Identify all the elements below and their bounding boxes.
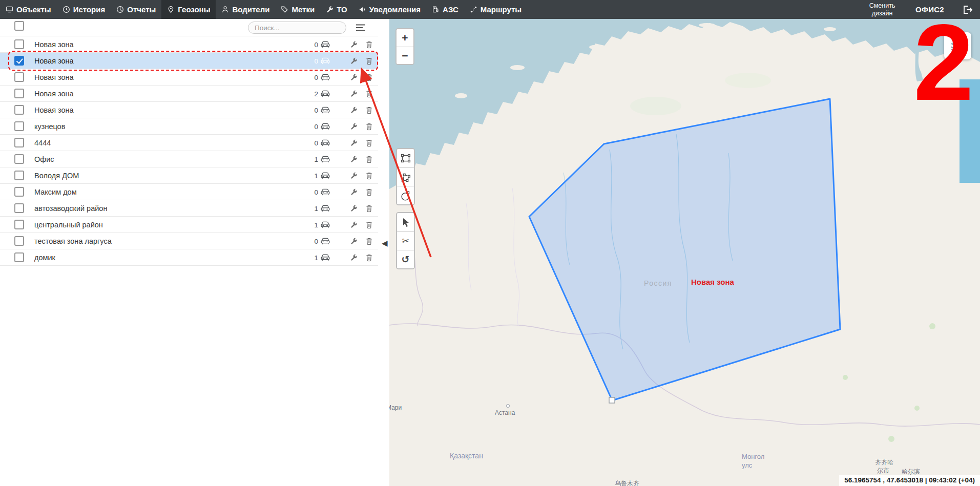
geozone-row[interactable]: автозаводский район 1 — [0, 200, 378, 217]
tab-reports[interactable]: Отчеты — [111, 0, 161, 19]
geozone-row[interactable]: 4444 0 — [0, 135, 378, 151]
draw-circle-button[interactable] — [397, 186, 414, 204]
tab-notifications[interactable]: Уведомления — [353, 0, 426, 19]
edit-wrench-icon[interactable] — [350, 90, 358, 97]
tab-labels[interactable]: Метки — [275, 0, 320, 19]
row-checkbox[interactable] — [14, 72, 24, 82]
edit-wrench-icon[interactable] — [350, 253, 358, 261]
zoom-out-button[interactable]: − — [397, 47, 413, 64]
change-design-button[interactable]: Сменить дизайн — [859, 2, 905, 17]
delete-trash-icon[interactable] — [366, 40, 372, 48]
edit-wrench-icon[interactable] — [350, 122, 358, 130]
delete-trash-icon[interactable] — [366, 122, 372, 130]
cut-scissors-button[interactable]: ✂ — [397, 231, 414, 250]
edit-wrench-icon[interactable] — [350, 221, 358, 228]
delete-trash-icon[interactable] — [366, 57, 372, 65]
edit-cursor-button[interactable] — [397, 213, 414, 231]
delete-trash-icon[interactable] — [366, 204, 372, 212]
delete-trash-icon[interactable] — [366, 106, 372, 114]
delete-trash-icon[interactable] — [366, 155, 372, 163]
vertex-marker[interactable] — [609, 397, 615, 403]
row-checkbox[interactable] — [14, 236, 24, 246]
vehicle-count: 0 — [314, 188, 318, 196]
car-icon — [320, 253, 330, 261]
geozone-row[interactable]: Володя ДОМ 1 — [0, 167, 378, 184]
city-label-qiqihar-1: 齐齐哈 — [875, 458, 893, 467]
row-checkbox[interactable] — [14, 171, 24, 180]
tab-objects[interactable]: Объекты — [0, 0, 57, 19]
vehicle-count: 0 — [314, 139, 318, 146]
tab-label: Водители — [232, 5, 269, 14]
geozone-row[interactable]: домик 1 — [0, 249, 378, 266]
zoom-in-button[interactable]: + — [397, 29, 413, 47]
megaphone-icon — [359, 6, 366, 13]
car-icon — [320, 155, 330, 163]
row-checkbox[interactable] — [14, 89, 24, 98]
logout-icon[interactable] — [956, 5, 978, 15]
edit-wrench-icon[interactable] — [350, 139, 358, 146]
map[interactable]: Россия Новая зона Астана Қазақстан Монго… — [389, 19, 980, 486]
row-checkbox[interactable] — [14, 121, 24, 131]
geozone-row[interactable]: тестовая зона ларгуса 0 — [0, 233, 378, 249]
tab-label: Уведомления — [369, 5, 421, 14]
edit-wrench-icon[interactable] — [350, 155, 358, 163]
tab-routes[interactable]: Маршруты — [464, 0, 527, 19]
search-input[interactable] — [248, 22, 346, 34]
row-checkbox[interactable] — [14, 154, 24, 164]
rotate-button[interactable]: ↺ — [397, 250, 414, 268]
delete-trash-icon[interactable] — [366, 172, 372, 179]
layers-button[interactable] — [944, 32, 971, 59]
edit-wrench-icon[interactable] — [350, 73, 358, 81]
row-checkbox[interactable] — [14, 39, 24, 49]
tab-maintenance[interactable]: ТО — [320, 0, 352, 19]
geozone-row[interactable]: Новая зона 0 — [0, 69, 378, 86]
geozone-polygon[interactable] — [529, 99, 840, 400]
row-checkbox-checked[interactable] — [14, 56, 24, 66]
delete-trash-icon[interactable] — [366, 253, 372, 261]
geozone-row[interactable]: Новая зона 2 — [0, 86, 378, 102]
geozone-row[interactable]: Офис 1 — [0, 151, 378, 167]
draw-polygon-button[interactable] — [397, 167, 414, 186]
panel-collapse-arrow-icon[interactable]: ◀ — [382, 239, 388, 248]
tab-label: Геозоны — [178, 5, 210, 14]
geozone-row[interactable]: кузнецов 0 — [0, 118, 378, 135]
delete-trash-icon[interactable] — [366, 73, 372, 81]
edit-wrench-icon[interactable] — [350, 106, 358, 114]
edit-wrench-icon[interactable] — [350, 188, 358, 196]
row-checkbox[interactable] — [14, 252, 24, 262]
geozones-panel: Новая зона 0 Новая зона 0 Новая зона 0 Н… — [0, 19, 389, 486]
city-label-urumqi: 乌鲁木齐 — [615, 479, 639, 486]
geozone-row[interactable]: Новая зона 0 — [0, 102, 378, 118]
delete-trash-icon[interactable] — [366, 139, 372, 146]
delete-trash-icon[interactable] — [366, 237, 372, 245]
list-menu-icon[interactable] — [356, 24, 366, 32]
delete-trash-icon[interactable] — [366, 221, 372, 228]
row-checkbox[interactable] — [14, 220, 24, 229]
geozone-row[interactable]: Максим дом 0 — [0, 184, 378, 200]
geozone-row[interactable]: центральный район 1 — [0, 217, 378, 233]
row-checkbox[interactable] — [14, 203, 24, 213]
geozone-row[interactable]: Новая зона 0 — [0, 36, 378, 53]
row-checkbox[interactable] — [14, 187, 24, 197]
edit-wrench-icon[interactable] — [350, 237, 358, 245]
tab-geozones[interactable]: Геозоны — [161, 0, 216, 19]
tag-icon — [281, 6, 288, 13]
draw-rectangle-button[interactable] — [397, 149, 414, 167]
tab-fuel-stations[interactable]: АЗС — [426, 0, 464, 19]
edit-wrench-icon[interactable] — [350, 57, 358, 65]
select-all-checkbox[interactable] — [14, 21, 24, 31]
country-label-mongolia-1: Монгол — [742, 453, 764, 460]
tab-drivers[interactable]: Водители — [216, 0, 275, 19]
edit-wrench-icon[interactable] — [350, 40, 358, 48]
geozone-row-selected[interactable]: Новая зона 0 — [0, 53, 378, 69]
vehicle-count: 1 — [314, 253, 318, 261]
account-label[interactable]: ОФИС2 — [915, 5, 944, 14]
row-checkbox[interactable] — [14, 138, 24, 147]
edit-wrench-icon[interactable] — [350, 172, 358, 179]
delete-trash-icon[interactable] — [366, 90, 372, 97]
edit-wrench-icon[interactable] — [350, 204, 358, 212]
tab-history[interactable]: История — [57, 0, 111, 19]
delete-trash-icon[interactable] — [366, 188, 372, 196]
car-icon — [320, 90, 330, 97]
row-checkbox[interactable] — [14, 105, 24, 115]
